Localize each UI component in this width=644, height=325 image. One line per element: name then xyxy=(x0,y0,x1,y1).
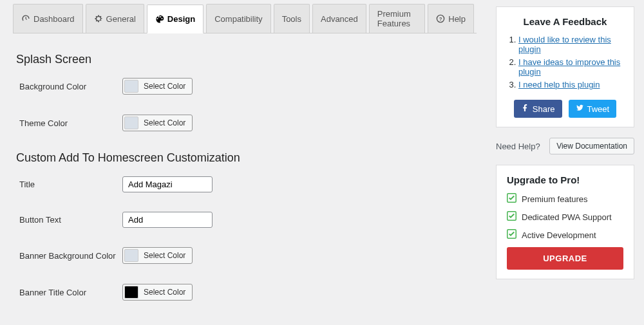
color-btn-label: Select Color xyxy=(144,251,185,260)
label-title: Title xyxy=(19,180,122,189)
tweet-label: Tweet xyxy=(587,104,610,114)
feature-label: Active Development xyxy=(522,230,596,240)
tab-general[interactable]: General xyxy=(86,4,144,33)
share-twitter-button[interactable]: Tweet xyxy=(569,100,617,118)
feedback-link-help[interactable]: I need help this plugin xyxy=(518,80,600,89)
feature-item: Premium features xyxy=(507,193,623,205)
color-swatch xyxy=(124,80,138,93)
label-buttontext: Button Text xyxy=(19,215,122,225)
color-btn-label: Select Color xyxy=(144,288,185,297)
bgcolor-picker[interactable]: Select Color xyxy=(122,78,193,95)
feedback-link-review[interactable]: I would like to review this plugin xyxy=(518,35,611,54)
check-icon xyxy=(507,193,516,205)
svg-text:?: ? xyxy=(439,16,442,22)
buttontext-input[interactable] xyxy=(122,212,213,228)
feedback-panel: Leave A Feedback I would like to review … xyxy=(496,6,634,127)
tab-premium[interactable]: Premium Features xyxy=(369,4,425,33)
need-help-label: Need Help? xyxy=(496,142,540,151)
tab-compatibility[interactable]: Compatibility xyxy=(206,4,270,33)
upgrade-panel: Upgrade to Pro! Premium features Dedicat… xyxy=(496,165,634,279)
label-bannertitle: Banner Title Color xyxy=(19,288,122,297)
view-documentation-button[interactable]: View Documentation xyxy=(549,138,634,154)
label-themecolor: Theme Color xyxy=(19,118,122,128)
tab-tools[interactable]: Tools xyxy=(274,4,310,33)
gear-icon xyxy=(94,14,103,23)
share-facebook-button[interactable]: Share xyxy=(514,100,562,118)
feedback-heading: Leave A Feedback xyxy=(507,16,623,27)
tab-advanced[interactable]: Advanced xyxy=(312,4,366,33)
share-label: Share xyxy=(533,104,555,114)
feedback-link-ideas[interactable]: I have ideas to improve this plugin xyxy=(518,57,620,77)
section-splash-heading: Splash Screen xyxy=(16,53,477,66)
tab-label: Tools xyxy=(282,14,301,24)
color-btn-label: Select Color xyxy=(144,82,185,91)
dashboard-icon xyxy=(21,14,30,23)
palette-icon xyxy=(155,15,164,24)
upgrade-button[interactable]: UPGRADE xyxy=(507,247,623,270)
tab-label: Help xyxy=(448,14,466,24)
tab-design[interactable]: Design xyxy=(147,5,204,33)
tab-label: Dashboard xyxy=(33,14,75,24)
feature-label: Premium features xyxy=(522,194,588,204)
upgrade-heading: Upgrade to Pro! xyxy=(507,174,623,185)
tab-help[interactable]: ? Help xyxy=(428,4,474,33)
tab-label: Advanced xyxy=(321,14,358,24)
feature-label: Dedicated PWA Support xyxy=(522,212,612,222)
facebook-icon xyxy=(521,104,529,114)
color-swatch xyxy=(124,286,138,299)
label-bannerbg: Banner Background Color xyxy=(19,251,122,261)
help-icon: ? xyxy=(436,14,445,23)
bannertitle-picker[interactable]: Select Color xyxy=(122,284,193,301)
section-custom-heading: Custom Add To Homescreen Customization xyxy=(16,151,477,165)
tab-label: General xyxy=(106,14,136,24)
feature-item: Dedicated PWA Support xyxy=(507,211,623,223)
tab-label: Premium Features xyxy=(377,9,417,28)
check-icon xyxy=(507,229,516,241)
tab-dashboard[interactable]: Dashboard xyxy=(13,4,83,33)
twitter-icon xyxy=(576,104,584,114)
themecolor-picker[interactable]: Select Color xyxy=(122,115,193,131)
color-swatch xyxy=(124,249,138,262)
tabs-nav: Dashboard General Design Compatibility T… xyxy=(13,4,477,33)
tab-label: Compatibility xyxy=(214,14,262,24)
title-input[interactable] xyxy=(122,176,213,192)
bannerbg-picker[interactable]: Select Color xyxy=(122,247,193,264)
color-swatch xyxy=(124,116,138,129)
label-bgcolor: Background Color xyxy=(19,82,122,91)
feature-item: Active Development xyxy=(507,229,623,241)
tab-label: Design xyxy=(167,14,195,24)
check-icon xyxy=(507,211,516,223)
color-btn-label: Select Color xyxy=(144,118,185,127)
